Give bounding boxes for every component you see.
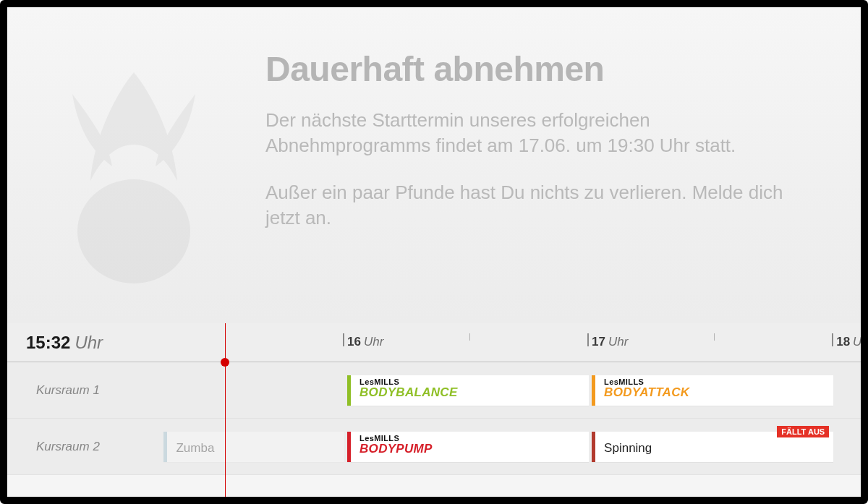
hero-banner: Dauerhaft abnehmen Der nächste Startterm… bbox=[7, 7, 861, 323]
event-brand-main: BODYATTACK bbox=[604, 386, 833, 399]
hour-tick-label: 18 bbox=[836, 335, 850, 349]
hour-tick-label: 16 bbox=[347, 335, 361, 349]
schedule-event[interactable]: Zumba bbox=[163, 432, 344, 462]
event-cancelled-badge: FÄLLT AUS bbox=[777, 426, 829, 437]
screen-frame: Dauerhaft abnehmen Der nächste Startterm… bbox=[0, 0, 868, 504]
room-label: Kursraum 2 bbox=[36, 440, 100, 454]
schedule-event[interactable]: LesMILLSBODYATTACK bbox=[592, 375, 833, 406]
hero-graphic-apple-splash-icon bbox=[43, 51, 224, 296]
hero-paragraph: Außer ein paar Pfunde hast Du nichts zu … bbox=[265, 180, 810, 231]
schedule-event[interactable]: LesMILLSBODYBALANCE bbox=[347, 375, 589, 406]
schedule-row: Kursraum 1LesMILLSBODYBALANCELesMILLSBOD… bbox=[7, 362, 861, 419]
hour-tick-suffix: Uhr bbox=[364, 335, 383, 349]
current-time-value: 15:32 bbox=[26, 333, 70, 352]
event-brand-main: BODYBALANCE bbox=[359, 386, 589, 399]
svg-point-0 bbox=[77, 179, 190, 283]
half-hour-tick bbox=[714, 333, 715, 341]
event-brand-main: BODYPUMP bbox=[359, 443, 589, 456]
current-time-indicator-dot-icon bbox=[221, 358, 229, 367]
hour-tick-suffix: Uhr bbox=[608, 335, 628, 349]
hero-title: Dauerhaft abnehmen bbox=[265, 49, 810, 89]
hour-tick-label: 17 bbox=[592, 335, 605, 349]
hour-tick: 18Uhr bbox=[836, 335, 868, 349]
schedule-event[interactable]: LesMILLSBODYPUMP bbox=[347, 432, 589, 462]
hour-tick-suffix: Uhr bbox=[853, 335, 868, 349]
current-time: 15:32Uhr bbox=[26, 333, 103, 353]
current-time-indicator-line bbox=[225, 323, 226, 497]
event-title: Zumba bbox=[176, 435, 344, 462]
event-title: Spinning bbox=[604, 435, 833, 462]
hour-tick: 16Uhr bbox=[347, 335, 383, 349]
hero-body: Der nächste Starttermin unseres erfolgre… bbox=[265, 108, 810, 231]
timeline-header: 15:32Uhr 16Uhr17Uhr18Uhr bbox=[7, 323, 861, 362]
room-label: Kursraum 1 bbox=[36, 383, 100, 398]
schedule-row: Kursraum 2ZumbaLesMILLSBODYPUMPSpinningF… bbox=[7, 419, 861, 475]
hour-tick: 17Uhr bbox=[592, 335, 628, 349]
half-hour-tick bbox=[469, 333, 470, 341]
schedule-event[interactable]: SpinningFÄLLT AUS bbox=[592, 432, 833, 462]
current-time-suffix: Uhr bbox=[75, 333, 103, 352]
hero-paragraph: Der nächste Starttermin unseres erfolgre… bbox=[265, 108, 810, 158]
